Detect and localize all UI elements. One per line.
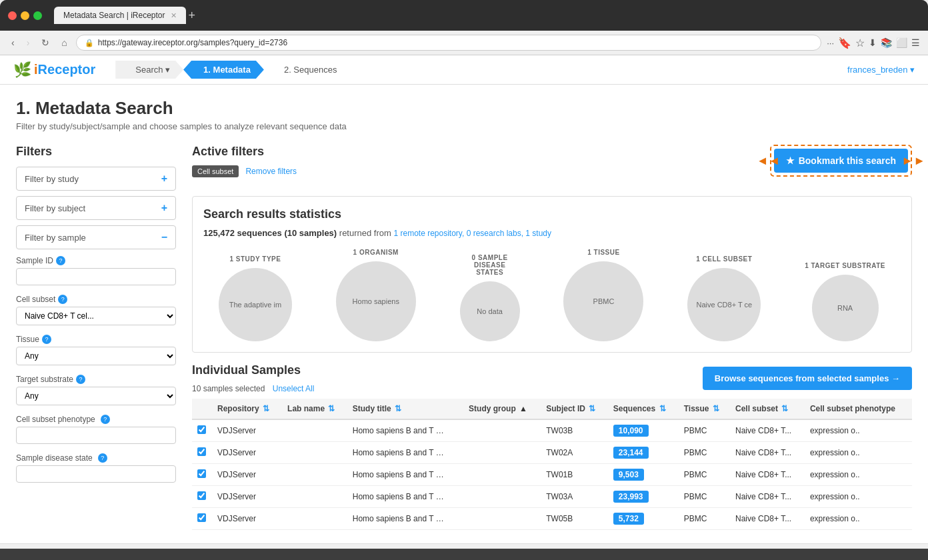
circle-study-type-label: 1 STUDY TYPE	[229, 255, 281, 263]
col-study-group[interactable]: Study group ▲	[463, 399, 541, 419]
star-icon[interactable]: ☆	[855, 37, 865, 49]
stats-section: Search results statistics 125,472 sequen…	[192, 196, 912, 353]
row-checkbox[interactable]	[197, 491, 206, 500]
row-title: Homo sapiens B and T cell...	[347, 464, 463, 486]
filter-by-subject-button[interactable]: Filter by subject +	[16, 196, 176, 220]
col-tissue[interactable]: Tissue ⇅	[679, 399, 730, 419]
menu-icon[interactable]: ☰	[911, 37, 920, 48]
active-tab[interactable]: Metadata Search | iReceptor ✕	[54, 7, 186, 24]
refresh-button[interactable]: ↻	[38, 36, 53, 49]
circle-disease-shape: No data	[460, 281, 520, 341]
col-study-title[interactable]: Study title ⇅	[347, 399, 463, 419]
cell-phenotype-help-icon[interactable]: ?	[101, 415, 110, 424]
sample-id-input[interactable]	[16, 268, 176, 285]
row-study-group	[463, 442, 541, 464]
row-study-group	[463, 508, 541, 530]
nav-step-search[interactable]: Search ▾	[115, 61, 183, 79]
row-checkbox[interactable]	[197, 469, 206, 478]
back-button[interactable]: ‹	[8, 36, 18, 49]
row-sequences: 10,090	[608, 419, 679, 442]
address-bar[interactable]: 🔒 https://gateway.ireceptor.org/samples?…	[76, 35, 821, 51]
forward-button[interactable]: ›	[23, 36, 33, 49]
circle-organism: 1 ORGANISM Homo sapiens	[336, 249, 416, 341]
filter-by-sample-button[interactable]: Filter by sample −	[16, 225, 176, 249]
col-subject-id[interactable]: Subject ID ⇅	[541, 399, 608, 419]
row-cell-subset: Naive CD8+ T...	[730, 486, 805, 508]
app-nav: 🌿 iReceptor Search ▾ 1. Metadata 2. Sequ…	[0, 55, 928, 85]
row-checkbox-cell[interactable]	[192, 486, 212, 508]
tissue-select[interactable]: Any	[16, 347, 176, 365]
nav-step-sequences-label: 2. Sequences	[284, 65, 337, 75]
bookmark-star-icon: ★	[786, 155, 795, 166]
col-repository[interactable]: Repository ⇅	[212, 399, 282, 419]
browse-sequences-button[interactable]: Browse sequences from selected samples →	[703, 367, 912, 390]
nav-steps: Search ▾ 1. Metadata 2. Sequences	[115, 61, 847, 79]
remove-filters-link[interactable]: Remove filters	[245, 167, 297, 176]
table-body: VDJServer Homo sapiens B and T cell... T…	[192, 419, 912, 530]
col-lab-name[interactable]: Lab name ⇅	[282, 399, 347, 419]
nav-step-search-dropdown: ▾	[165, 65, 170, 75]
nav-step-sequences[interactable]: 2. Sequences	[264, 61, 351, 79]
reader-icon[interactable]: ⬜	[896, 37, 907, 48]
filter-by-study-button[interactable]: Filter by study +	[16, 167, 176, 191]
nav-step-metadata[interactable]: 1. Metadata	[183, 61, 264, 79]
filter-study-expand-icon: +	[161, 173, 167, 185]
circle-tissue-label: 1 TISSUE	[587, 249, 619, 256]
target-substrate-select[interactable]: Any	[16, 387, 176, 405]
row-title: Homo sapiens B and T cell...	[347, 508, 463, 530]
maximize-button[interactable]	[33, 11, 42, 20]
row-phenotype: expression o..	[805, 419, 912, 442]
close-button[interactable]	[8, 11, 17, 20]
row-cell-subset: Naive CD8+ T...	[730, 464, 805, 486]
circle-organism-text: Homo sapiens	[347, 291, 405, 311]
bookmark-pocket-icon[interactable]: 🔖	[838, 37, 851, 49]
col-cell-phenotype[interactable]: Cell subset phenotype	[805, 399, 912, 419]
cell-subset-filter-tag: Cell subset	[192, 165, 239, 177]
new-tab-button[interactable]: +	[189, 9, 196, 23]
filter-sample-label: Filter by sample	[25, 233, 86, 243]
row-lab	[282, 464, 347, 486]
cell-subset-help-icon[interactable]: ?	[58, 295, 67, 304]
download-icon[interactable]: ⬇	[869, 37, 877, 48]
tissue-help-icon[interactable]: ?	[42, 335, 51, 344]
cell-subset-phenotype-input[interactable]	[16, 427, 176, 444]
main-content-area: Active filters Cell subset Remove filter…	[192, 145, 912, 530]
sample-id-help-icon[interactable]: ?	[56, 256, 65, 265]
circle-target-substrate: 1 TARGET SUBSTRATE RNA	[805, 262, 885, 341]
circle-tissue-text: PBMC	[588, 291, 620, 311]
traffic-lights	[8, 11, 42, 20]
samples-table: Repository ⇅ Lab name ⇅ Study title ⇅ St…	[192, 399, 912, 530]
circle-target-substrate-label: 1 TARGET SUBSTRATE	[805, 262, 885, 269]
sample-disease-state-input[interactable]	[16, 465, 176, 483]
cell-subset-select[interactable]: Naive CD8+ T cel...	[16, 307, 176, 325]
horizontal-scrollbar[interactable]	[0, 543, 928, 549]
overflow-icon[interactable]: ···	[827, 38, 834, 48]
tab-close-icon[interactable]: ✕	[171, 11, 177, 20]
library-icon[interactable]: 📚	[881, 37, 892, 48]
col-cell-subset[interactable]: Cell subset ⇅	[730, 399, 805, 419]
circle-target-substrate-text: RNA	[832, 298, 858, 318]
row-checkbox-cell[interactable]	[192, 464, 212, 486]
bookmark-button[interactable]: ★ Bookmark this search	[774, 149, 908, 173]
user-menu[interactable]: frances_breden ▾	[847, 65, 915, 75]
stats-source-link[interactable]: 1 remote repository, 0 research labs, 1 …	[393, 229, 551, 238]
stats-summary: 125,472 sequences (10 samples) returned …	[203, 228, 901, 238]
circle-disease-text: No data	[471, 301, 508, 321]
table-title-block: Individual Samples 10 samples selected U…	[192, 363, 314, 393]
minimize-button[interactable]	[21, 11, 29, 20]
row-phenotype: expression o..	[805, 508, 912, 530]
row-checkbox-cell[interactable]	[192, 442, 212, 464]
bookmark-container: ◄◄ ★ Bookmark this search ►►	[770, 145, 912, 177]
row-checkbox-cell[interactable]	[192, 419, 212, 442]
col-sequences[interactable]: Sequences ⇅	[608, 399, 679, 419]
unselect-all-link[interactable]: Unselect All	[273, 384, 315, 393]
row-checkbox[interactable]	[197, 425, 206, 434]
row-repo: VDJServer	[212, 419, 282, 442]
row-checkbox[interactable]	[197, 447, 206, 456]
row-checkbox-cell[interactable]	[192, 508, 212, 530]
row-cell-subset: Naive CD8+ T...	[730, 419, 805, 442]
target-substrate-help-icon[interactable]: ?	[76, 375, 85, 384]
disease-state-help-icon[interactable]: ?	[98, 453, 107, 463]
row-checkbox[interactable]	[197, 513, 206, 522]
home-button[interactable]: ⌂	[58, 36, 70, 49]
